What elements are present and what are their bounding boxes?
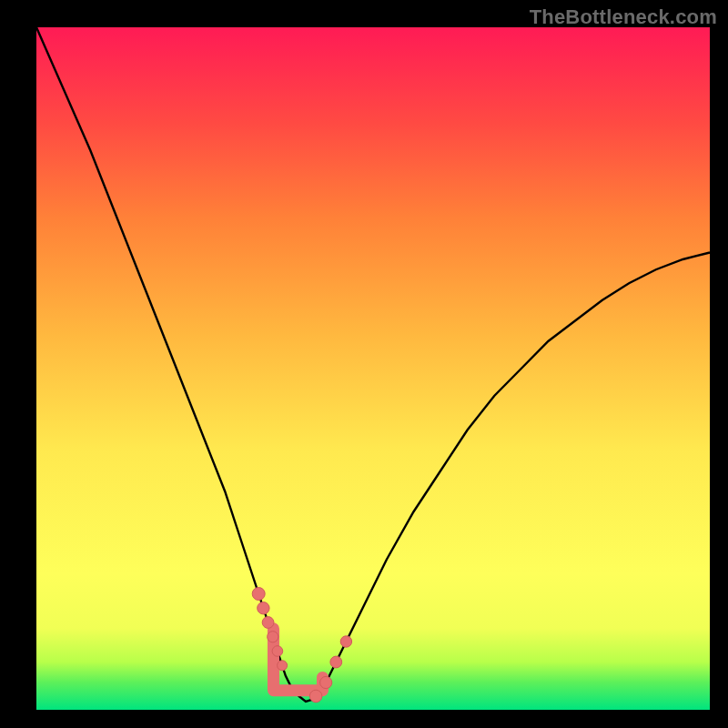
watermark-text: TheBottleneck.com (530, 5, 717, 29)
data-marker (262, 617, 274, 629)
chart-svg (36, 27, 710, 710)
data-marker (320, 676, 332, 688)
data-marker (268, 632, 278, 642)
data-marker (309, 690, 322, 703)
data-marker (252, 588, 265, 601)
data-marker (330, 656, 342, 668)
data-marker (272, 646, 283, 657)
plot-area (36, 27, 710, 710)
data-marker (340, 636, 351, 647)
data-marker (278, 661, 288, 671)
bottleneck-curve (36, 27, 710, 702)
chart-frame: TheBottleneck.com (0, 0, 728, 728)
data-marker (258, 602, 269, 614)
